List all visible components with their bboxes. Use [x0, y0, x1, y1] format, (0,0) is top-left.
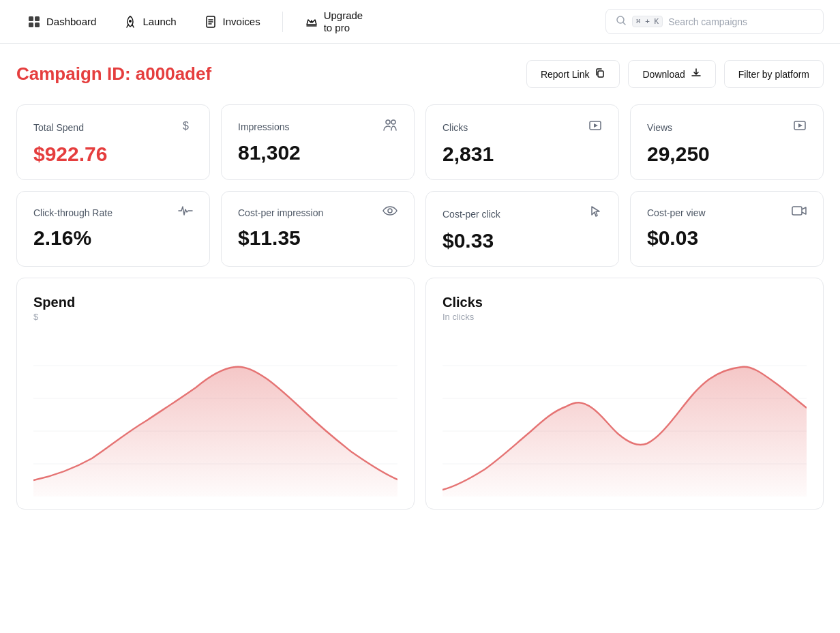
metric-impressions-header: Impressions	[238, 119, 397, 134]
filter-button[interactable]: Filter by platform	[724, 60, 824, 88]
metric-clicks-label: Clicks	[442, 122, 468, 133]
svg-rect-3	[35, 23, 40, 27]
svg-text:$: $	[183, 120, 189, 132]
campaign-id-value: a000adef	[136, 63, 211, 84]
video-cost-icon	[792, 205, 807, 220]
pulse-icon	[178, 205, 193, 220]
main-content: Campaign ID: a000adef Report Link Downlo…	[0, 44, 840, 510]
metrics-row-2: Click-through Rate 2.16% Cost-per impres…	[16, 191, 824, 267]
metric-views: Views 29,250	[630, 104, 824, 180]
nav-divider	[282, 12, 283, 32]
nav-launch-label: Launch	[142, 16, 176, 27]
search-bar[interactable]: ⌘ + K Search campaigns	[605, 9, 824, 34]
spend-chart-subtitle: $	[33, 312, 397, 322]
search-icon	[616, 15, 627, 28]
metric-cpi-value: $11.35	[238, 226, 397, 250]
users-icon	[382, 119, 397, 134]
eye-icon	[382, 205, 397, 220]
svg-rect-1	[35, 16, 40, 21]
metric-cpv-value: $0.03	[647, 226, 807, 250]
metric-views-value: 29,250	[647, 143, 807, 166]
video-play-icon	[793, 119, 807, 136]
metric-cpi-header: Cost-per impression	[238, 205, 397, 220]
clicks-chart-area	[442, 333, 807, 497]
metric-cpc-label: Cost-per click	[442, 209, 500, 220]
download-icon	[691, 68, 702, 80]
metric-cpv-label: Cost-per view	[647, 207, 706, 218]
report-link-button[interactable]: Report Link	[526, 60, 620, 88]
campaign-id-prefix: Campaign ID:	[16, 63, 136, 84]
nav-dashboard-label: Dashboard	[46, 16, 96, 27]
metric-cpv-header: Cost-per view	[647, 205, 807, 220]
crown-icon	[305, 15, 318, 29]
document-icon	[204, 15, 217, 29]
download-label: Download	[642, 69, 685, 80]
metric-clicks-value: 2,831	[442, 143, 602, 166]
nav-invoices-label: Invoices	[223, 16, 260, 27]
metric-ctr-header: Click-through Rate	[33, 205, 193, 220]
metric-total-spend-value: $922.76	[33, 143, 193, 166]
clicks-chart-card: Clicks In clicks	[425, 278, 824, 510]
svg-point-20	[388, 209, 392, 213]
metric-total-spend: Total Spend $ $922.76	[16, 104, 210, 180]
nav-item-dashboard[interactable]: Dashboard	[16, 10, 107, 34]
svg-point-14	[386, 120, 390, 124]
svg-point-4	[129, 20, 132, 23]
svg-marker-19	[798, 123, 802, 128]
header-row: Campaign ID: a000adef Report Link Downlo…	[16, 60, 824, 88]
campaign-id: Campaign ID: a000adef	[16, 63, 211, 85]
rocket-icon	[123, 15, 137, 29]
metric-cpc-header: Cost-per click	[442, 205, 602, 222]
svg-marker-17	[594, 123, 598, 128]
clicks-chart-title: Clicks	[442, 295, 807, 310]
nav-item-invoices[interactable]: Invoices	[193, 10, 271, 34]
cursor-icon	[590, 205, 602, 222]
nav-item-launch[interactable]: Launch	[112, 10, 187, 34]
metric-impressions-label: Impressions	[238, 121, 289, 132]
metric-cpi: Cost-per impression $11.35	[221, 191, 415, 267]
metric-impressions-value: 81,302	[238, 141, 397, 164]
dollar-icon: $	[179, 119, 193, 136]
clicks-chart-subtitle: In clicks	[442, 312, 807, 322]
metric-clicks-header: Clicks	[442, 119, 602, 136]
grid-icon	[27, 15, 41, 29]
metric-clicks: Clicks 2,831	[425, 104, 619, 180]
metric-total-spend-header: Total Spend $	[33, 119, 193, 136]
search-shortcut: ⌘ + K	[632, 16, 663, 27]
download-button[interactable]: Download	[628, 60, 715, 88]
svg-rect-21	[792, 207, 802, 215]
svg-rect-12	[598, 71, 603, 77]
metric-cpc: Cost-per click $0.33	[425, 191, 619, 267]
metric-impressions: Impressions 81,302	[221, 104, 415, 180]
nav-upgrade-button[interactable]: Upgradeto pro	[294, 4, 374, 40]
nav-items: Dashboard Launch	[16, 4, 605, 40]
svg-line-11	[623, 23, 625, 25]
metric-ctr: Click-through Rate 2.16%	[16, 191, 210, 267]
header-buttons: Report Link Download Fil	[526, 60, 824, 88]
copy-icon	[595, 68, 605, 80]
nav-upgrade-label: Upgradeto pro	[324, 10, 363, 34]
play-circle-icon	[588, 119, 602, 136]
charts-grid: Spend $	[16, 278, 824, 510]
spend-chart-card: Spend $	[16, 278, 415, 510]
spend-chart-title: Spend	[33, 295, 397, 310]
search-placeholder: Search campaigns	[668, 16, 747, 27]
metric-ctr-value: 2.16%	[33, 226, 193, 250]
navbar: Dashboard Launch	[0, 0, 840, 44]
metrics-row-1: Total Spend $ $922.76 Impressions	[16, 104, 824, 180]
metric-ctr-label: Click-through Rate	[33, 207, 112, 218]
metric-cpi-label: Cost-per impression	[238, 207, 323, 218]
svg-rect-0	[29, 16, 33, 21]
filter-label: Filter by platform	[738, 69, 809, 80]
metric-views-header: Views	[647, 119, 807, 136]
spend-chart-area	[33, 333, 397, 497]
report-link-label: Report Link	[541, 69, 590, 80]
svg-point-15	[391, 120, 395, 124]
metric-cpv: Cost-per view $0.03	[630, 191, 824, 267]
metric-cpc-value: $0.33	[442, 229, 602, 252]
svg-rect-2	[29, 23, 33, 27]
metric-views-label: Views	[647, 122, 672, 133]
metric-total-spend-label: Total Spend	[33, 122, 84, 133]
